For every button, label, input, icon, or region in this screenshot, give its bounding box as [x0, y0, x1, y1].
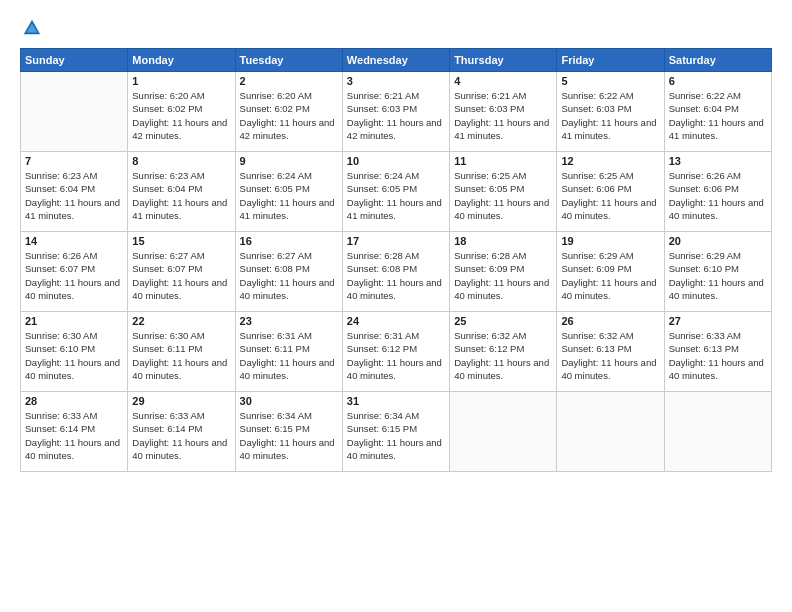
day-number: 6 [669, 75, 767, 87]
day-number: 18 [454, 235, 552, 247]
day-cell [21, 72, 128, 152]
day-cell [557, 392, 664, 472]
day-number: 26 [561, 315, 659, 327]
day-info: Sunrise: 6:27 AMSunset: 6:07 PMDaylight:… [132, 249, 230, 302]
day-info: Sunrise: 6:32 AMSunset: 6:13 PMDaylight:… [561, 329, 659, 382]
day-cell: 26Sunrise: 6:32 AMSunset: 6:13 PMDayligh… [557, 312, 664, 392]
day-number: 10 [347, 155, 445, 167]
day-number: 22 [132, 315, 230, 327]
day-cell: 9Sunrise: 6:24 AMSunset: 6:05 PMDaylight… [235, 152, 342, 232]
header-cell-friday: Friday [557, 49, 664, 72]
header-cell-thursday: Thursday [450, 49, 557, 72]
day-number: 19 [561, 235, 659, 247]
day-cell: 14Sunrise: 6:26 AMSunset: 6:07 PMDayligh… [21, 232, 128, 312]
day-number: 4 [454, 75, 552, 87]
day-info: Sunrise: 6:30 AMSunset: 6:10 PMDaylight:… [25, 329, 123, 382]
day-cell: 30Sunrise: 6:34 AMSunset: 6:15 PMDayligh… [235, 392, 342, 472]
day-cell: 19Sunrise: 6:29 AMSunset: 6:09 PMDayligh… [557, 232, 664, 312]
day-info: Sunrise: 6:25 AMSunset: 6:05 PMDaylight:… [454, 169, 552, 222]
day-number: 31 [347, 395, 445, 407]
day-info: Sunrise: 6:30 AMSunset: 6:11 PMDaylight:… [132, 329, 230, 382]
day-cell: 21Sunrise: 6:30 AMSunset: 6:10 PMDayligh… [21, 312, 128, 392]
day-info: Sunrise: 6:34 AMSunset: 6:15 PMDaylight:… [347, 409, 445, 462]
day-number: 30 [240, 395, 338, 407]
day-cell: 18Sunrise: 6:28 AMSunset: 6:09 PMDayligh… [450, 232, 557, 312]
day-number: 1 [132, 75, 230, 87]
day-info: Sunrise: 6:24 AMSunset: 6:05 PMDaylight:… [240, 169, 338, 222]
day-info: Sunrise: 6:31 AMSunset: 6:12 PMDaylight:… [347, 329, 445, 382]
day-number: 13 [669, 155, 767, 167]
logo-icon [22, 18, 42, 38]
day-info: Sunrise: 6:26 AMSunset: 6:07 PMDaylight:… [25, 249, 123, 302]
day-cell [664, 392, 771, 472]
day-info: Sunrise: 6:33 AMSunset: 6:14 PMDaylight:… [132, 409, 230, 462]
day-info: Sunrise: 6:26 AMSunset: 6:06 PMDaylight:… [669, 169, 767, 222]
day-cell: 20Sunrise: 6:29 AMSunset: 6:10 PMDayligh… [664, 232, 771, 312]
day-cell: 15Sunrise: 6:27 AMSunset: 6:07 PMDayligh… [128, 232, 235, 312]
day-number: 14 [25, 235, 123, 247]
day-number: 23 [240, 315, 338, 327]
day-info: Sunrise: 6:31 AMSunset: 6:11 PMDaylight:… [240, 329, 338, 382]
week-row: 28Sunrise: 6:33 AMSunset: 6:14 PMDayligh… [21, 392, 772, 472]
day-number: 8 [132, 155, 230, 167]
header [20, 18, 772, 38]
day-cell: 1Sunrise: 6:20 AMSunset: 6:02 PMDaylight… [128, 72, 235, 152]
header-cell-monday: Monday [128, 49, 235, 72]
day-info: Sunrise: 6:20 AMSunset: 6:02 PMDaylight:… [240, 89, 338, 142]
day-number: 27 [669, 315, 767, 327]
day-cell: 5Sunrise: 6:22 AMSunset: 6:03 PMDaylight… [557, 72, 664, 152]
header-cell-sunday: Sunday [21, 49, 128, 72]
day-cell: 22Sunrise: 6:30 AMSunset: 6:11 PMDayligh… [128, 312, 235, 392]
day-number: 9 [240, 155, 338, 167]
day-cell: 29Sunrise: 6:33 AMSunset: 6:14 PMDayligh… [128, 392, 235, 472]
day-cell: 25Sunrise: 6:32 AMSunset: 6:12 PMDayligh… [450, 312, 557, 392]
header-cell-wednesday: Wednesday [342, 49, 449, 72]
day-info: Sunrise: 6:23 AMSunset: 6:04 PMDaylight:… [132, 169, 230, 222]
day-number: 24 [347, 315, 445, 327]
day-info: Sunrise: 6:34 AMSunset: 6:15 PMDaylight:… [240, 409, 338, 462]
day-info: Sunrise: 6:25 AMSunset: 6:06 PMDaylight:… [561, 169, 659, 222]
day-number: 25 [454, 315, 552, 327]
header-cell-saturday: Saturday [664, 49, 771, 72]
day-info: Sunrise: 6:22 AMSunset: 6:03 PMDaylight:… [561, 89, 659, 142]
day-number: 5 [561, 75, 659, 87]
day-number: 21 [25, 315, 123, 327]
day-cell: 13Sunrise: 6:26 AMSunset: 6:06 PMDayligh… [664, 152, 771, 232]
day-number: 11 [454, 155, 552, 167]
day-cell: 10Sunrise: 6:24 AMSunset: 6:05 PMDayligh… [342, 152, 449, 232]
day-number: 28 [25, 395, 123, 407]
day-cell: 27Sunrise: 6:33 AMSunset: 6:13 PMDayligh… [664, 312, 771, 392]
week-row: 7Sunrise: 6:23 AMSunset: 6:04 PMDaylight… [21, 152, 772, 232]
day-cell: 2Sunrise: 6:20 AMSunset: 6:02 PMDaylight… [235, 72, 342, 152]
day-cell: 11Sunrise: 6:25 AMSunset: 6:05 PMDayligh… [450, 152, 557, 232]
day-cell [450, 392, 557, 472]
day-info: Sunrise: 6:29 AMSunset: 6:10 PMDaylight:… [669, 249, 767, 302]
day-number: 20 [669, 235, 767, 247]
day-number: 15 [132, 235, 230, 247]
day-info: Sunrise: 6:33 AMSunset: 6:13 PMDaylight:… [669, 329, 767, 382]
day-info: Sunrise: 6:29 AMSunset: 6:09 PMDaylight:… [561, 249, 659, 302]
day-cell: 12Sunrise: 6:25 AMSunset: 6:06 PMDayligh… [557, 152, 664, 232]
calendar-table: SundayMondayTuesdayWednesdayThursdayFrid… [20, 48, 772, 472]
week-row: 1Sunrise: 6:20 AMSunset: 6:02 PMDaylight… [21, 72, 772, 152]
day-cell: 6Sunrise: 6:22 AMSunset: 6:04 PMDaylight… [664, 72, 771, 152]
logo [20, 18, 42, 38]
day-info: Sunrise: 6:22 AMSunset: 6:04 PMDaylight:… [669, 89, 767, 142]
header-cell-tuesday: Tuesday [235, 49, 342, 72]
day-cell: 4Sunrise: 6:21 AMSunset: 6:03 PMDaylight… [450, 72, 557, 152]
day-cell: 8Sunrise: 6:23 AMSunset: 6:04 PMDaylight… [128, 152, 235, 232]
day-cell: 3Sunrise: 6:21 AMSunset: 6:03 PMDaylight… [342, 72, 449, 152]
day-info: Sunrise: 6:28 AMSunset: 6:09 PMDaylight:… [454, 249, 552, 302]
day-info: Sunrise: 6:33 AMSunset: 6:14 PMDaylight:… [25, 409, 123, 462]
day-cell: 28Sunrise: 6:33 AMSunset: 6:14 PMDayligh… [21, 392, 128, 472]
day-info: Sunrise: 6:24 AMSunset: 6:05 PMDaylight:… [347, 169, 445, 222]
week-row: 21Sunrise: 6:30 AMSunset: 6:10 PMDayligh… [21, 312, 772, 392]
calendar-page: SundayMondayTuesdayWednesdayThursdayFrid… [0, 0, 792, 612]
day-info: Sunrise: 6:21 AMSunset: 6:03 PMDaylight:… [347, 89, 445, 142]
day-number: 16 [240, 235, 338, 247]
header-row: SundayMondayTuesdayWednesdayThursdayFrid… [21, 49, 772, 72]
day-info: Sunrise: 6:28 AMSunset: 6:08 PMDaylight:… [347, 249, 445, 302]
day-cell: 16Sunrise: 6:27 AMSunset: 6:08 PMDayligh… [235, 232, 342, 312]
day-cell: 24Sunrise: 6:31 AMSunset: 6:12 PMDayligh… [342, 312, 449, 392]
day-info: Sunrise: 6:20 AMSunset: 6:02 PMDaylight:… [132, 89, 230, 142]
